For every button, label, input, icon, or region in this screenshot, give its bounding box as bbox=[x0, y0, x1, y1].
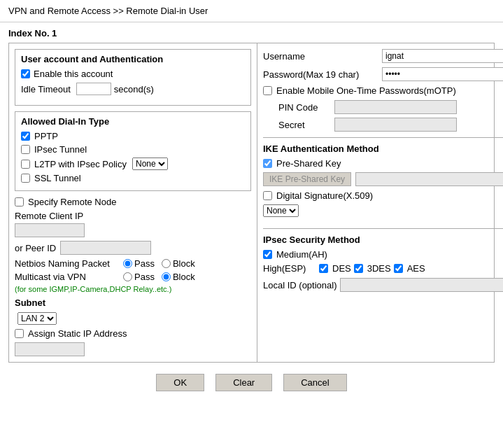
local-id-input[interactable] bbox=[340, 278, 503, 292]
assign-static-label: Assign Static IP Address bbox=[28, 328, 127, 339]
static-ip-input[interactable]: 0.0.0.0 bbox=[15, 342, 85, 356]
aes-checkbox[interactable] bbox=[394, 264, 403, 273]
netbios-label: Netbios Naming Packet bbox=[15, 258, 123, 269]
cancel-button[interactable]: Cancel bbox=[283, 374, 346, 391]
ssl-tunnel-checkbox[interactable] bbox=[21, 174, 30, 183]
ipsec-tunnel-label: IPsec Tunnel bbox=[34, 144, 87, 155]
ike-section-title: IKE Authentication Method bbox=[263, 144, 503, 154]
secret-input[interactable] bbox=[334, 118, 457, 132]
igmp-note: (for some IGMP,IP-Camera,DHCP Relay..etc… bbox=[15, 285, 251, 293]
medium-ah-label: Medium(AH) bbox=[276, 249, 327, 260]
peer-id-input[interactable] bbox=[60, 241, 151, 255]
specify-remote-checkbox[interactable] bbox=[15, 197, 24, 206]
pptp-label: PPTP bbox=[34, 131, 58, 141]
user-account-section-title: User account and Authentication bbox=[21, 54, 245, 64]
digital-sig-select[interactable]: None bbox=[263, 204, 299, 217]
ike-psk-input[interactable] bbox=[355, 172, 503, 186]
enable-account-checkbox[interactable] bbox=[21, 69, 30, 78]
allowed-dial-in-title: Allowed Dial-In Type bbox=[21, 116, 245, 127]
multicast-pass-label: Pass bbox=[134, 272, 155, 282]
pre-shared-key-checkbox[interactable] bbox=[263, 159, 272, 168]
l2tp-checkbox[interactable] bbox=[21, 160, 30, 169]
password-label: Password(Max 19 char) bbox=[263, 69, 382, 80]
threedes-checkbox[interactable] bbox=[354, 264, 363, 273]
multicast-block-label: Block bbox=[173, 272, 195, 282]
aes-label: AES bbox=[407, 263, 425, 274]
subnet-select[interactable]: LAN 2 LAN 1 bbox=[17, 312, 57, 325]
high-esp-label: High(ESP) bbox=[263, 263, 319, 274]
pptp-checkbox[interactable] bbox=[21, 132, 30, 141]
digital-sig-label: Digital Signature(X.509) bbox=[276, 190, 373, 201]
remote-client-ip-input[interactable] bbox=[15, 223, 85, 237]
remote-client-ip-label: Remote Client IP bbox=[15, 211, 83, 221]
l2tp-label: L2TP with IPsec Policy bbox=[34, 159, 127, 169]
enable-motp-checkbox[interactable] bbox=[263, 86, 272, 95]
idle-timeout-unit: second(s) bbox=[114, 84, 154, 94]
pre-shared-key-label: Pre-Shared Key bbox=[276, 158, 341, 169]
pin-code-label: PIN Code bbox=[278, 102, 334, 113]
l2tp-policy-select[interactable]: None bbox=[132, 158, 168, 170]
des-checkbox[interactable] bbox=[319, 264, 328, 273]
password-input[interactable] bbox=[382, 67, 503, 81]
assign-static-checkbox[interactable] bbox=[15, 329, 24, 338]
des-label: DES bbox=[332, 263, 351, 274]
multicast-pass-radio[interactable] bbox=[123, 272, 132, 281]
page-title: VPN and Remote Access >> Remote Dial-in … bbox=[8, 6, 208, 16]
netbios-block-radio[interactable] bbox=[162, 259, 171, 268]
idle-timeout-label: Idle Timeout bbox=[21, 84, 71, 94]
secret-label: Secret bbox=[278, 120, 334, 130]
netbios-block-label: Block bbox=[173, 258, 195, 269]
threedes-label: 3DES bbox=[367, 263, 391, 274]
ok-button[interactable]: OK bbox=[156, 374, 204, 391]
or-peer-id-label: or Peer ID bbox=[15, 243, 56, 253]
specify-remote-label: Specify Remote Node bbox=[28, 197, 116, 207]
enable-account-label: Enable this account bbox=[34, 69, 113, 79]
netbios-pass-radio[interactable] bbox=[123, 259, 132, 268]
username-label: Username bbox=[263, 51, 382, 62]
page-header: VPN and Remote Access >> Remote Dial-in … bbox=[0, 0, 503, 22]
multicast-block-radio[interactable] bbox=[162, 272, 171, 281]
medium-ah-checkbox[interactable] bbox=[263, 250, 272, 259]
idle-timeout-input[interactable]: 300 bbox=[76, 83, 111, 95]
index-label: Index No. 1 bbox=[8, 28, 495, 38]
ipsec-tunnel-checkbox[interactable] bbox=[21, 145, 30, 154]
subnet-title: Subnet bbox=[15, 298, 251, 308]
enable-motp-label: Enable Mobile One-Time Passwords(mOTP) bbox=[276, 85, 456, 96]
local-id-label: Local ID (optional) bbox=[263, 280, 340, 290]
multicast-label: Multicast via VPN bbox=[15, 272, 123, 282]
ipsec-section-title: IPsec Security Method bbox=[263, 234, 503, 245]
netbios-pass-label: Pass bbox=[134, 258, 155, 269]
ssl-tunnel-label: SSL Tunnel bbox=[34, 173, 81, 183]
digital-sig-checkbox[interactable] bbox=[263, 191, 272, 200]
ike-psk-button[interactable]: IKE Pre-Shared Key bbox=[263, 172, 351, 186]
username-input[interactable] bbox=[382, 49, 503, 63]
clear-button[interactable]: Clear bbox=[215, 374, 272, 391]
pin-code-input[interactable] bbox=[334, 100, 457, 114]
